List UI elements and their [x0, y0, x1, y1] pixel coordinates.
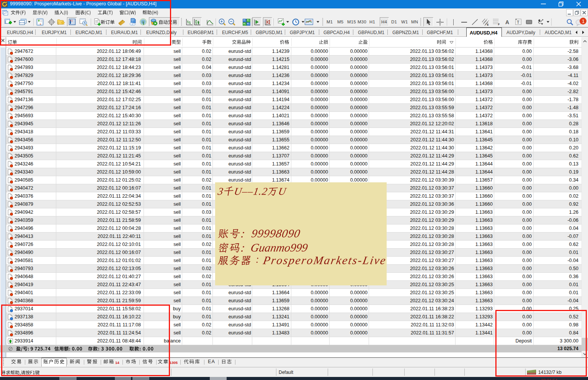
svg-text:E: E: [487, 23, 489, 26]
svg-text:1: 1: [582, 18, 585, 24]
svg-text:T: T: [517, 20, 519, 25]
svg-text:F: F: [498, 23, 500, 26]
